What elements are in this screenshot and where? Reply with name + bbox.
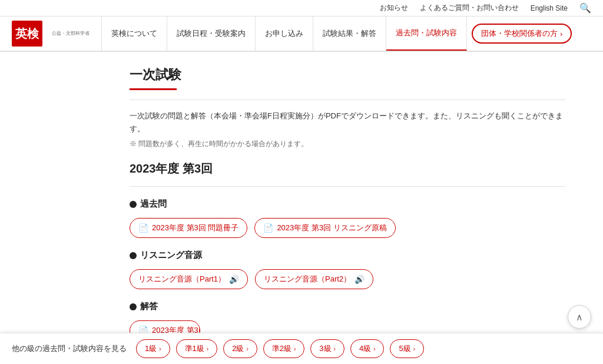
bullet-dot-3 (130, 303, 137, 310)
chevron-right-4: › (294, 346, 296, 352)
top-bar: お知らせ よくあるご質問・お問い合わせ English Site 🔍 (0, 0, 603, 16)
english-site-link[interactable]: English Site (531, 4, 568, 12)
logo[interactable]: 英検 (12, 21, 42, 47)
grade-jun2-btn[interactable]: 準2級 › (263, 339, 305, 358)
answer-heading: 解答 (130, 301, 565, 312)
listening-part2-btn[interactable]: リスニング音源（Part2） 🔊 (255, 269, 373, 289)
logo-subtitle: 公益・文部科学省 (52, 31, 90, 37)
listening-buttons: リスニング音源（Part1） 🔊 リスニング音源（Part2） 🔊 (130, 269, 565, 289)
listening-section: リスニング音源 リスニング音源（Part1） 🔊 リスニング音源（Part2） … (130, 250, 565, 289)
listening-heading: リスニング音源 (130, 250, 565, 261)
year-heading: 2023年度 第3回 (130, 161, 565, 177)
search-button[interactable]: 🔍 (579, 2, 591, 14)
nav-results[interactable]: 試験結果・解答 (313, 16, 386, 51)
kakomon-section: 過去問 📄 2023年度 第3回 問題冊子 📄 2023年度 第3回 リスニング… (130, 198, 565, 238)
kakomon-buttons: 📄 2023年度 第3回 問題冊子 📄 2023年度 第3回 リスニング原稿 (130, 218, 565, 238)
scroll-top-button[interactable]: ∧ (568, 305, 591, 329)
year-divider (130, 186, 565, 187)
chevron-right-2: › (207, 346, 208, 352)
listening-genko-btn[interactable]: 📄 2023年度 第3回 リスニング原稿 (254, 218, 395, 238)
header: 英検 公益・文部科学省 英検について 試験日程・受験案内 お申し込み 試験結果・… (0, 16, 603, 52)
nav-organizations-button[interactable]: 団体・学校関係者の方 › (472, 24, 572, 44)
section-title: 一次試験 (130, 66, 565, 84)
mondai-btn[interactable]: 📄 2023年度 第3回 問題冊子 (130, 218, 247, 238)
grade-jun1-btn[interactable]: 準1級 › (176, 339, 218, 358)
bullet-dot-2 (130, 252, 137, 259)
audio-icon-1: 🔊 (229, 274, 239, 284)
main-wrapper: 一次試験 一次試験の問題と解答（本会場・準会場F日程実施分）がPDFでダウンロー… (0, 52, 603, 358)
main-nav: 英検について 試験日程・受験案内 お申し込み 試験結果・解答 過去問・試験内容 … (101, 16, 591, 51)
bullet-dot (130, 201, 137, 208)
grade-5-btn[interactable]: 5級 › (390, 339, 424, 358)
nav-schedule[interactable]: 試験日程・受験案内 (167, 16, 256, 51)
nav-about[interactable]: 英検について (101, 16, 167, 51)
bottom-bar: 他の級の過去問・試験内容を見る 1級 › 準1級 › 2級 › 準2級 › 3級… (0, 333, 603, 358)
nav-apply[interactable]: お申し込み (256, 16, 313, 51)
grade-2-btn[interactable]: 2級 › (223, 339, 257, 358)
kakomon-heading: 過去問 (130, 198, 565, 210)
main-note: ※ 問題数が多く、再生に時間がかかる場合があります。 (130, 139, 565, 149)
chevron-right-5: › (334, 346, 336, 352)
bottom-bar-label: 他の級の過去問・試験内容を見る (12, 343, 127, 354)
doc-icon-2: 📄 (263, 223, 273, 233)
nav-past-exams[interactable]: 過去問・試験内容 (386, 16, 467, 51)
chevron-right-6: › (373, 346, 375, 352)
faq-link[interactable]: よくあるご質問・お問い合わせ (420, 3, 519, 13)
left-sidebar (0, 52, 59, 358)
content-area: 一次試験 一次試験の問題と解答（本会場・準会場F日程実施分）がPDFでダウンロー… (59, 52, 589, 358)
doc-icon-1: 📄 (138, 223, 148, 233)
chevron-right-1: › (159, 346, 161, 352)
grade-1-btn[interactable]: 1級 › (136, 339, 170, 358)
audio-icon-2: 🔊 (354, 274, 365, 284)
notice-link[interactable]: お知らせ (380, 3, 408, 13)
section-divider (130, 100, 565, 100)
main-description: 一次試験の問題と解答（本会場・準会場F日程実施分）がPDFでダウンロードできます… (130, 110, 565, 135)
chevron-right-3: › (246, 346, 248, 352)
chevron-right-7: › (413, 346, 415, 352)
grade-4-btn[interactable]: 4級 › (350, 339, 385, 358)
grade-3-btn[interactable]: 3級 › (310, 339, 344, 358)
title-underline (130, 88, 177, 90)
listening-part1-btn[interactable]: リスニング音源（Part1） 🔊 (130, 269, 248, 289)
